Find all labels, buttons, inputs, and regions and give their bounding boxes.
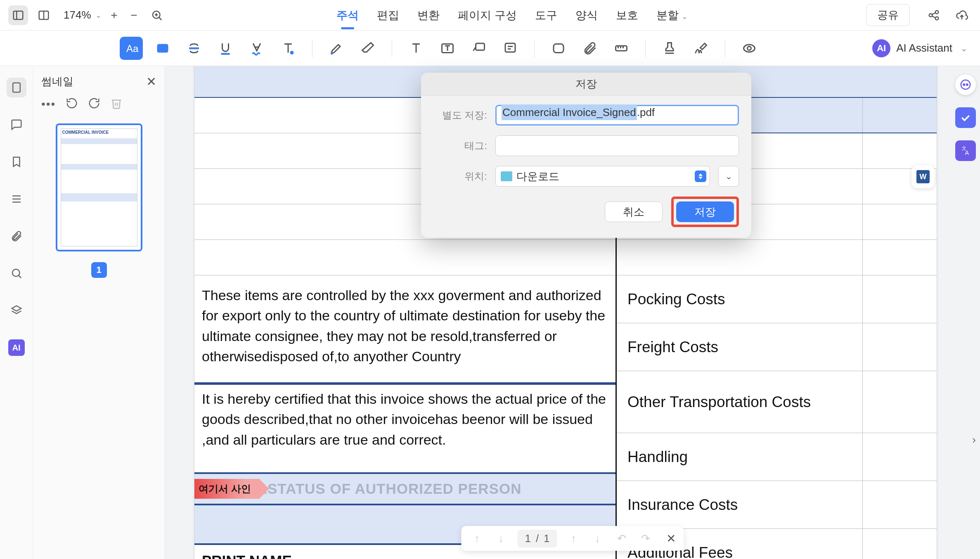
attachment-button[interactable] [578, 37, 601, 60]
thumbnail-panel-close-button[interactable]: ✕ [146, 74, 156, 89]
rail-outline-button[interactable] [7, 189, 26, 209]
svg-point-51 [961, 80, 971, 90]
svg-point-52 [963, 84, 965, 85]
insert-text-button[interactable] [277, 37, 300, 60]
ai-assistant-button[interactable]: AI AI Assistant ⌄ [872, 39, 968, 57]
cost-row-insurance: Insurance Costs [627, 496, 862, 514]
underline-button[interactable] [214, 37, 237, 60]
highlighter-button[interactable] [325, 37, 348, 60]
svg-text:Aa: Aa [126, 43, 139, 54]
close-nav-button[interactable]: ✕ [666, 532, 676, 545]
zoom-level-dropdown[interactable]: 174%⌄ [64, 9, 102, 21]
text-annotation-button[interactable]: Aa [120, 37, 143, 60]
top-toolbar: 174%⌄ + − 주석 편집 변환 페이지 구성 도구 양식 보호 분할 ⌄ … [0, 0, 980, 31]
zoom-out-button[interactable]: − [127, 8, 141, 22]
eraser-button[interactable] [356, 37, 379, 60]
cost-row-handling: Handling [627, 448, 862, 466]
rail-layers-button[interactable] [7, 301, 26, 320]
rail-comments-button[interactable] [7, 115, 26, 135]
rotate-left-button[interactable] [66, 97, 78, 111]
certification-text: It is hereby certified that this invoice… [194, 385, 615, 460]
menu-tabs: 주석 편집 변환 페이지 구성 도구 양식 보호 분할 ⌄ [336, 5, 689, 25]
svg-rect-27 [505, 43, 515, 52]
svg-rect-38 [13, 83, 20, 92]
tab-page-org[interactable]: 페이지 구성 [457, 5, 518, 25]
thumbnail-more-button[interactable]: ••• [41, 97, 56, 111]
cancel-button[interactable]: 취소 [605, 201, 663, 222]
location-selector-icon [695, 171, 706, 182]
note-button[interactable] [499, 37, 522, 60]
location-label: 위치: [433, 170, 487, 183]
text-tool-button[interactable] [405, 37, 428, 60]
location-dropdown[interactable]: 다운로드 [495, 166, 710, 187]
share-button[interactable]: 공유 [866, 4, 910, 26]
fit-page-button[interactable] [147, 5, 167, 25]
tab-edit[interactable]: 편집 [376, 5, 400, 25]
ai-translate-button[interactable]: 文A [955, 140, 976, 161]
svg-line-5 [159, 17, 161, 20]
next-page-button[interactable]: ↓ [590, 531, 605, 546]
thumbnail-panel: 썸네일 ✕ ••• COMMERCIAL INVOICE 1 [33, 66, 165, 559]
ai-assistant-label: AI Assistant [896, 42, 952, 54]
rotate-right-button[interactable] [88, 97, 100, 111]
squiggly-button[interactable] [245, 37, 268, 60]
thumbnail-page-number: 1 [91, 262, 107, 278]
strikethrough-button[interactable] [182, 37, 206, 60]
sign-here-tag[interactable]: 여기서 사인 [194, 478, 269, 500]
tab-forms[interactable]: 양식 [575, 5, 599, 25]
cloud-upload-icon[interactable] [952, 5, 972, 25]
undo-button[interactable]: ↶ [614, 531, 629, 546]
textbox-button[interactable] [436, 37, 459, 60]
tab-convert[interactable]: 변환 [417, 5, 440, 25]
signature-button[interactable] [689, 37, 713, 60]
ai-chat-button[interactable] [955, 74, 976, 95]
save-button[interactable]: 저장 [676, 201, 734, 222]
tab-tools[interactable]: 도구 [534, 5, 558, 25]
save-button-highlight: 저장 [671, 197, 739, 227]
rail-ai-button[interactable]: AI [7, 338, 26, 358]
sidebar-toggle-button[interactable] [8, 5, 28, 25]
thumbnail-panel-title: 썸네일 [41, 74, 73, 89]
tags-input[interactable] [495, 135, 739, 156]
tab-split[interactable]: 분할 ⌄ [656, 5, 689, 25]
page-indicator[interactable]: 1 / 1 [517, 530, 557, 547]
ai-check-button[interactable] [955, 107, 976, 128]
delete-page-button[interactable] [110, 97, 123, 111]
cost-row-other-transport: Other Transportation Costs [627, 393, 862, 411]
export-word-button[interactable]: W [911, 165, 935, 188]
ai-badge-icon: AI [872, 39, 890, 57]
stamp-button[interactable] [658, 37, 681, 60]
zoom-in-button[interactable]: + [107, 8, 121, 22]
first-page-button[interactable]: ↑ [469, 531, 484, 546]
rail-thumbnails-button[interactable] [7, 78, 26, 97]
hide-annotations-button[interactable] [738, 37, 761, 60]
thumbnail-page-1[interactable]: COMMERCIAL INVOICE [56, 123, 142, 251]
filename-input[interactable]: Commercial Invoice_Signed.pdf [495, 105, 739, 126]
rail-search-button[interactable] [7, 263, 26, 283]
signature-header-row: 여기서 사인 RE&STATUS OF AUTHORIZED PERSON [194, 472, 615, 505]
tab-annotate[interactable]: 주석 [336, 5, 360, 25]
cost-row-freight: Freight Costs [627, 339, 862, 356]
svg-line-43 [19, 275, 21, 278]
save-dialog-title: 저장 [421, 73, 751, 96]
rectangle-button[interactable] [547, 37, 570, 60]
last-page-button[interactable]: ↓ [493, 531, 508, 546]
location-expand-button[interactable]: ⌄ [718, 166, 739, 187]
reading-mode-button[interactable] [34, 5, 54, 25]
measure-button[interactable] [610, 37, 633, 60]
rail-bookmarks-button[interactable] [7, 152, 26, 172]
signature-header-label: RE&STATUS OF AUTHORIZED PERSON [236, 481, 521, 497]
zoom-controls: 174%⌄ + − [64, 5, 167, 25]
svg-rect-30 [554, 44, 563, 52]
redo-button[interactable]: ↷ [638, 531, 653, 546]
callout-button[interactable] [467, 37, 490, 60]
area-highlight-button[interactable] [151, 37, 174, 60]
svg-rect-0 [14, 11, 23, 19]
link-share-icon[interactable] [924, 5, 944, 25]
right-rail-expand-button[interactable]: › [972, 433, 976, 446]
rail-attachments-button[interactable] [7, 226, 26, 246]
right-floating-rail: 文A [951, 74, 980, 161]
tab-protect[interactable]: 보호 [615, 5, 639, 25]
prev-page-button[interactable]: ↑ [566, 531, 581, 546]
folder-icon [501, 171, 512, 181]
